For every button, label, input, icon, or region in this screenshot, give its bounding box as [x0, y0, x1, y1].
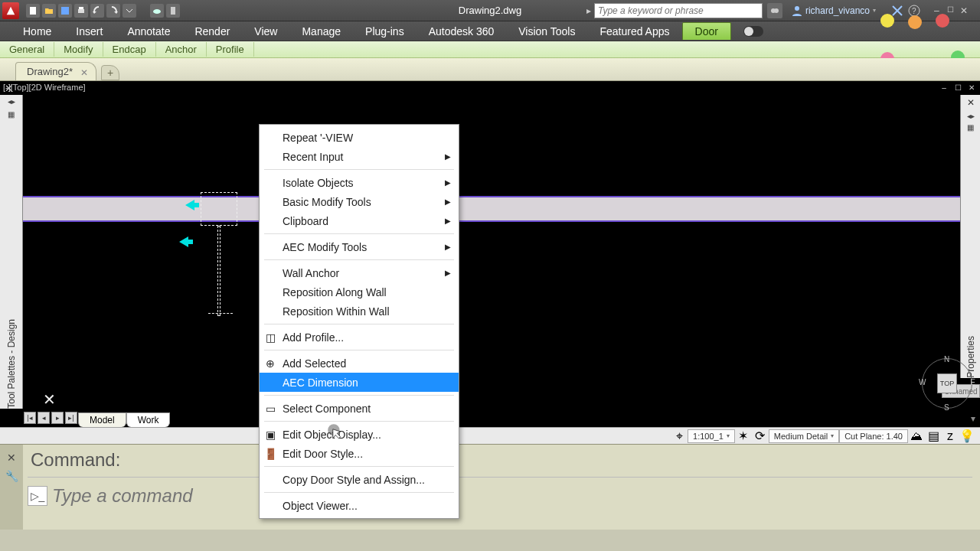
layout-last-button[interactable]: ▸| — [65, 412, 77, 424]
viewport-close-button[interactable]: ✕ — [966, 83, 977, 92]
command-prompt-icon[interactable]: ▷_ — [28, 486, 47, 506]
ribbon-tab-insert[interactable]: Insert — [64, 23, 115, 40]
ribbon-panel-modify[interactable]: Modify — [54, 42, 103, 57]
cmd-settings-button[interactable]: 🔧 — [5, 469, 18, 483]
elevation-icon[interactable]: ⛰ — [910, 429, 923, 443]
user-account-button[interactable]: richard_vivanco ▾ — [787, 5, 880, 16]
light-icon[interactable]: 💡 — [960, 429, 974, 443]
context-item-basic-modify-tools[interactable]: Basic Modify Tools▶ — [260, 192, 459, 211]
grip-arrow-icon[interactable] — [179, 236, 193, 247]
section-icon[interactable]: ▤ — [926, 429, 940, 443]
ribbon-tab-view[interactable]: View — [242, 23, 289, 40]
cloud-button[interactable] — [150, 4, 164, 18]
cmd-close-button[interactable]: ✕ — [5, 451, 18, 465]
ribbon-toggle-switch[interactable] — [743, 26, 763, 37]
view-cube-face[interactable]: TOP — [937, 373, 957, 393]
tool-palette[interactable]: ◂▸ ▦ Tool Palettes - Design — [0, 95, 23, 409]
command-input[interactable] — [52, 484, 972, 508]
workspace-button[interactable] — [166, 4, 180, 18]
context-item-repeat-view[interactable]: Repeat '-VIEW — [260, 128, 459, 147]
ribbon-tab-annotate[interactable]: Annotate — [115, 23, 182, 40]
properties-menu-icon[interactable]: ▦ — [967, 123, 974, 132]
context-item-aec-modify-tools[interactable]: AEC Modify Tools▶ — [260, 237, 459, 256]
context-item-reposition-within-wall[interactable]: Reposition Within Wall — [260, 302, 459, 321]
undo-button[interactable] — [90, 4, 104, 18]
context-item-select-component[interactable]: ▭Select Component — [260, 399, 459, 418]
context-item-clipboard[interactable]: Clipboard▶ — [260, 211, 459, 230]
ribbon-tab-vision-tools[interactable]: Vision Tools — [506, 23, 587, 40]
context-item-label: Basic Modify Tools — [283, 196, 371, 208]
ribbon-panel-endcap[interactable]: Endcap — [103, 42, 156, 57]
save-button[interactable] — [58, 4, 72, 18]
context-item-copy-door-style-and-assign[interactable]: Copy Door Style and Assign... — [260, 470, 459, 489]
palette-close-button[interactable]: ✕ — [5, 83, 13, 94]
open-button[interactable] — [42, 4, 56, 18]
replace-z-icon[interactable]: z — [943, 429, 957, 443]
layout-next-button[interactable]: ▸ — [51, 412, 64, 424]
svg-rect-2 — [78, 9, 84, 13]
ribbon-tab-autodesk-360[interactable]: Autodesk 360 — [416, 23, 507, 40]
ribbon-panel-profile[interactable]: Profile — [207, 42, 254, 57]
ribbon-tab-plug-ins[interactable]: Plug-ins — [353, 23, 416, 40]
close-button[interactable]: ✕ — [960, 5, 971, 16]
context-item-recent-input[interactable]: Recent Input▶ — [260, 147, 459, 166]
document-tab-drawing2[interactable]: Drawing2* ✕ — [15, 62, 96, 80]
qat-more-button[interactable] — [122, 4, 136, 18]
annotation-scale-icon[interactable]: ⌖ — [672, 429, 686, 443]
context-item-edit-object-display[interactable]: ▣Edit Object Display... — [260, 425, 459, 444]
viewcube-menu-icon[interactable]: ▾ — [971, 413, 975, 424]
ribbon-panel-general[interactable]: General — [0, 42, 54, 57]
palette-floating-close-icon[interactable]: ✕ — [43, 390, 56, 409]
context-item-add-profile[interactable]: ◫Add Profile... — [260, 328, 459, 347]
properties-collapse-icon[interactable]: ◂▸ — [967, 112, 975, 120]
ribbon-tab-featured-apps[interactable]: Featured Apps — [587, 23, 681, 40]
help-button[interactable]: ? — [908, 5, 920, 17]
close-tab-button[interactable]: ✕ — [80, 67, 88, 78]
context-item-wall-anchor[interactable]: Wall Anchor▶ — [260, 263, 459, 282]
context-item-reposition-along-wall[interactable]: Reposition Along Wall — [260, 282, 459, 302]
app-menu-button[interactable] — [2, 2, 19, 19]
ribbon-panel-anchor[interactable]: Anchor — [156, 42, 207, 57]
viewport-maximize-button[interactable]: ☐ — [952, 83, 963, 92]
view-cube[interactable]: TOP N S E W — [920, 357, 974, 410]
tab-model[interactable]: Model — [78, 412, 126, 427]
ribbon-tab-door[interactable]: Door — [682, 22, 731, 40]
ribbon-tab-render[interactable]: Render — [182, 23, 242, 40]
context-item-label: AEC Dimension — [283, 377, 358, 389]
maximize-button[interactable]: ☐ — [947, 5, 958, 16]
palette-collapse-icon[interactable]: ◂▸ — [8, 97, 15, 106]
search-chevron-icon[interactable]: ▸ — [586, 5, 591, 16]
cutplane-field[interactable]: Cut Plane: 1.40 — [839, 429, 908, 443]
detail-dropdown[interactable]: Medium Detail▾ — [769, 429, 839, 443]
layout-first-button[interactable]: |◂ — [24, 412, 36, 424]
door-object-selected[interactable] — [201, 192, 245, 322]
scale-dropdown[interactable]: 1:100_1▾ — [688, 429, 735, 443]
viewport-label[interactable]: [-][Top][2D Wireframe] — [3, 83, 86, 92]
wall-object[interactable] — [23, 197, 960, 220]
redo-button[interactable] — [106, 4, 120, 18]
new-tab-button[interactable]: + — [101, 65, 119, 80]
tab-work[interactable]: Work — [126, 412, 171, 427]
annotation-visibility-icon[interactable]: ✶ — [737, 429, 750, 443]
ribbon-tab-manage[interactable]: Manage — [289, 23, 353, 40]
context-item-edit-door-style[interactable]: 🚪Edit Door Style... — [260, 444, 459, 463]
layout-prev-button[interactable]: ◂ — [38, 412, 50, 424]
context-item-aec-dimension[interactable]: AEC Dimension — [260, 373, 459, 392]
properties-close-button[interactable]: ✕ — [967, 97, 975, 108]
viewport-minimize-button[interactable]: – — [939, 83, 949, 92]
palette-menu-icon[interactable]: ▦ — [8, 110, 15, 119]
exchange-button[interactable] — [891, 5, 903, 17]
new-button[interactable] — [26, 4, 40, 18]
annotation-auto-icon[interactable]: ⟳ — [753, 429, 767, 443]
search-button[interactable] — [767, 3, 782, 18]
print-button[interactable] — [74, 4, 88, 18]
minimize-button[interactable]: – — [934, 5, 945, 16]
properties-palette[interactable]: ✕ ◂▸ ▦ Properties Unnamed — [960, 95, 980, 378]
context-item-add-selected[interactable]: ⊕Add Selected — [260, 354, 459, 373]
grip-arrow-icon[interactable] — [185, 200, 199, 210]
context-item-isolate-objects[interactable]: Isolate Objects▶ — [260, 173, 459, 192]
search-input[interactable] — [594, 3, 763, 18]
context-item-object-viewer[interactable]: Object Viewer... — [260, 496, 459, 515]
ribbon-tab-home[interactable]: Home — [11, 23, 64, 40]
drawing-viewport[interactable]: [-][Top][2D Wireframe] – ☐ ✕ ✕ ◂▸ ▦ Tool… — [0, 81, 980, 427]
